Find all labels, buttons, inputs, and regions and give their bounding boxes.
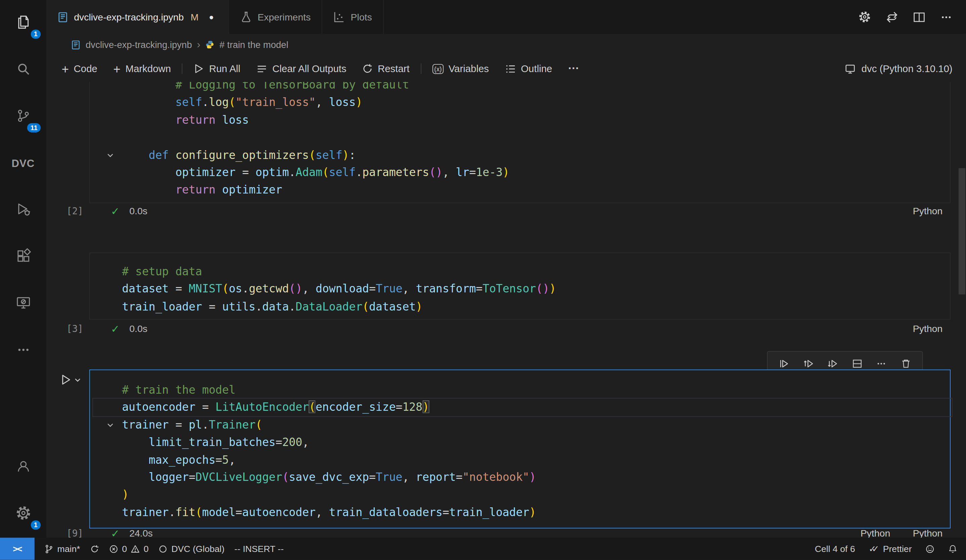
cell-language-picker[interactable]: Python (860, 528, 890, 537)
run-all-button[interactable]: Run All (186, 63, 248, 74)
settings-gear-icon[interactable] (858, 10, 871, 23)
sync-button[interactable] (90, 544, 99, 553)
run-debug-button[interactable] (0, 187, 46, 234)
success-check-icon: ✓ (111, 527, 120, 537)
extensions-icon (15, 248, 31, 267)
breadcrumb-section[interactable]: # train the model (219, 39, 288, 50)
breadcrumb-file[interactable]: dvclive-exp-tracking.ipynb (85, 39, 192, 50)
tab-notebook[interactable]: dvclive-exp-tracking.ipynb M ● (46, 0, 229, 34)
execution-duration: 0.0s (130, 323, 148, 334)
notebook-toolbar: +Code +Markdown Run All Clear All Output… (46, 55, 966, 82)
variables-label: Variables (449, 63, 489, 74)
tab-plots[interactable]: Plots (322, 0, 384, 34)
error-count: 0 (122, 544, 127, 553)
split-editor-icon[interactable] (913, 11, 925, 23)
vim-mode-indicator: -- INSERT -- (235, 544, 284, 553)
plus-icon: + (62, 62, 69, 75)
feedback-button[interactable] (925, 544, 935, 553)
scrollbar[interactable] (959, 168, 965, 294)
code-cell-4-focused[interactable]: # train the modelautoencoder = LitAutoEn… (89, 370, 951, 529)
activity-bar: 1 11 DVC (0, 0, 46, 537)
chevron-right-icon: › (197, 39, 200, 51)
accounts-button[interactable] (0, 444, 46, 491)
prettier-status[interactable]: ✓✓ Prettier (869, 544, 912, 553)
code-content[interactable]: # train the modelautoencoder = LitAutoEn… (90, 381, 950, 521)
problems-indicator[interactable]: 0 0 (109, 544, 149, 553)
restart-button[interactable]: Restart (354, 63, 417, 74)
execution-count: [3] (66, 323, 83, 334)
dvc-view-button[interactable]: DVC (0, 141, 46, 187)
code-content[interactable]: # Logging to TensorBoard by default self… (90, 82, 950, 199)
git-branch-icon (15, 108, 31, 126)
notifications-button[interactable] (948, 544, 958, 553)
clear-outputs-button[interactable]: Clear All Outputs (248, 63, 354, 74)
run-below-icon[interactable] (825, 356, 841, 371)
dvc-status[interactable]: DVC (Global) (158, 544, 224, 553)
clear-outputs-label: Clear All Outputs (272, 63, 347, 74)
plus-icon: + (113, 62, 120, 75)
tab-experiments[interactable]: Experiments (229, 0, 322, 34)
bell-icon (948, 544, 958, 553)
add-code-cell-button[interactable]: +Code (54, 62, 105, 75)
fold-chevron-icon[interactable] (106, 420, 115, 429)
search-button[interactable] (0, 47, 46, 94)
kernel-picker[interactable]: dvc (Python 3.10.10) (845, 63, 966, 74)
run-above-icon[interactable] (801, 356, 816, 371)
code-content[interactable]: # setup datadataset = MNIST(os.getcwd(),… (90, 263, 950, 315)
notebook-file-icon (71, 39, 80, 49)
account-icon (15, 458, 31, 477)
cell-position-indicator[interactable]: Cell 4 of 6 (815, 544, 855, 553)
vim-mode-label: -- INSERT -- (235, 544, 284, 553)
extensions-button[interactable] (0, 234, 46, 281)
cell-position-label: Cell 4 of 6 (815, 544, 855, 553)
cell-language-picker[interactable]: Python (913, 323, 943, 334)
settings-button[interactable]: 1 (0, 491, 46, 538)
remote-explorer-button[interactable] (0, 281, 46, 328)
cell-2-status: [2] ✓ 0.0s Python (66, 204, 951, 221)
run-cell-button[interactable] (60, 374, 81, 386)
circle-icon (158, 544, 168, 553)
split-cell-icon[interactable] (849, 356, 865, 371)
cell-language-picker[interactable]: Python (913, 205, 943, 217)
delete-cell-icon[interactable] (898, 356, 913, 371)
toolbar-more-button[interactable]: ··· (560, 62, 587, 76)
run-by-line-icon[interactable] (777, 356, 792, 371)
ellipsis-icon (15, 342, 31, 360)
notebook-icon (58, 11, 68, 23)
more-views-button[interactable] (0, 328, 46, 374)
branch-indicator[interactable]: main* (44, 544, 80, 553)
execution-duration: 24.0s (130, 528, 153, 537)
remote-icon: >< (13, 544, 21, 553)
warning-icon (131, 544, 140, 553)
code-cell-2[interactable]: # Logging to TensorBoard by default self… (89, 82, 951, 203)
run-debug-icon (15, 202, 31, 220)
branch-name: main* (58, 544, 80, 553)
clear-outputs-icon (256, 63, 267, 74)
source-control-badge: 11 (27, 123, 41, 133)
add-markdown-cell-button[interactable]: +Markdown (105, 62, 179, 75)
tab-bar: dvclive-exp-tracking.ipynb M ● Experimen… (46, 0, 966, 34)
files-icon (15, 14, 31, 33)
explorer-button[interactable]: 1 (0, 0, 46, 47)
more-actions-icon[interactable] (874, 356, 889, 371)
execution-count: [9] (66, 528, 83, 537)
code-cell-3[interactable]: # setup datadataset = MNIST(os.getcwd(),… (89, 253, 951, 320)
variables-icon: (x) (432, 64, 444, 74)
run-all-label: Run All (209, 63, 240, 74)
variables-button[interactable]: (x)Variables (424, 63, 497, 74)
compare-changes-icon[interactable] (886, 11, 898, 23)
cell-language-picker[interactable]: Python (913, 528, 943, 537)
prettier-label: Prettier (883, 544, 912, 553)
remote-indicator[interactable]: >< (0, 537, 34, 560)
chevron-down-icon[interactable] (74, 376, 81, 383)
git-modified-badge: M (191, 11, 199, 23)
unsaved-dot[interactable]: ● (209, 12, 214, 22)
source-control-button[interactable]: 11 (0, 94, 46, 141)
fold-chevron-icon[interactable] (106, 151, 115, 159)
notebook-editor: # Logging to TensorBoard by default self… (46, 82, 966, 537)
more-actions-icon[interactable] (940, 11, 953, 23)
outline-button[interactable]: Outline (497, 63, 560, 74)
dvc-status-label: DVC (Global) (171, 544, 224, 553)
tab-label: dvclive-exp-tracking.ipynb (74, 11, 184, 23)
tab-label: Experiments (258, 11, 310, 23)
